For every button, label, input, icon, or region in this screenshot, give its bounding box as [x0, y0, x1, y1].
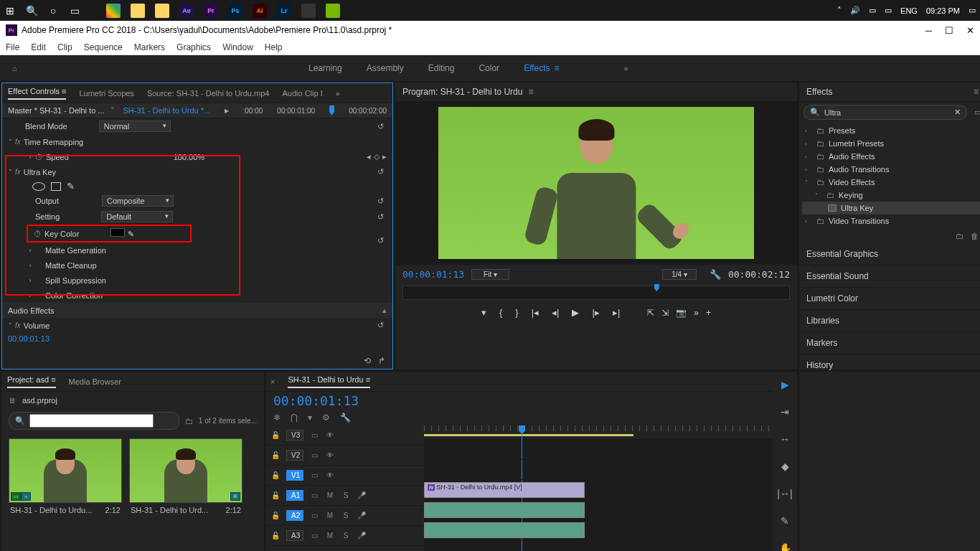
settings-icon[interactable]: ⚙ [322, 413, 330, 423]
clear-search-icon[interactable]: ✕ [954, 108, 961, 117]
toggle-output-icon[interactable]: ▭ [309, 512, 319, 519]
rect-mask-icon[interactable] [51, 182, 61, 191]
fx-icon[interactable]: fx [15, 321, 21, 329]
tab-source[interactable]: Source: SH-31 - Delhi to Urdu.mp4 [147, 89, 270, 98]
cortana-icon[interactable]: ○ [47, 5, 59, 17]
add-marker-icon[interactable]: ▾ [481, 307, 486, 318]
clock[interactable]: 09:23 PM [926, 6, 960, 15]
output-dropdown[interactable]: Composite [102, 195, 174, 207]
menu-file[interactable]: File [6, 42, 19, 52]
new-bin-icon[interactable]: ▭ [974, 108, 980, 117]
reset-icon[interactable]: ↺ [374, 167, 387, 176]
ellipse-mask-icon[interactable] [32, 182, 45, 191]
video-preview[interactable] [438, 107, 754, 259]
goto-out-icon[interactable]: ▸| [613, 307, 620, 318]
tree-lumetri-presets[interactable]: ›🗀Lumetri Presets [802, 137, 980, 150]
timeline-ruler[interactable] [424, 425, 773, 440]
tab-effect-controls[interactable]: Effect Controls ≡ [8, 87, 66, 100]
volume-icon[interactable]: 🔊 [850, 6, 860, 15]
tab-overflow-icon[interactable]: » [336, 89, 340, 98]
goto-in-icon[interactable]: |◂ [532, 307, 539, 318]
pen-mask-icon[interactable]: ✎ [67, 181, 75, 192]
solo-icon[interactable]: S [341, 532, 351, 540]
language-indicator[interactable]: ENG [900, 6, 918, 15]
explorer-icon[interactable] [131, 4, 145, 18]
twirl-icon[interactable]: › [25, 247, 35, 254]
mark-in-icon[interactable]: { [499, 307, 502, 318]
project-thumb-1[interactable]: ▭≡ SH-31 - Delhi to Urdu...2:12 [9, 438, 122, 517]
toggle-output-icon[interactable]: ▭ [309, 431, 319, 439]
panel-essential-graphics[interactable]: Essential Graphics [799, 243, 980, 265]
eye-icon[interactable]: 👁 [325, 451, 335, 459]
panel-menu-icon[interactable]: ≡ [974, 87, 979, 97]
lock-icon[interactable]: 🔓 [270, 532, 281, 540]
mute-icon[interactable]: M [325, 532, 335, 540]
project-thumb-2[interactable]: ⊞ SH-31 - Delhi to Urd...2:12 [129, 438, 242, 517]
tree-audio-transitions[interactable]: ›🗀Audio Transitions [802, 163, 980, 176]
wrench-icon[interactable]: 🔧 [340, 413, 351, 423]
step-back-icon[interactable]: ◂| [552, 307, 559, 318]
twirl-icon[interactable]: › [25, 277, 35, 284]
ripple-tool-icon[interactable]: ↔ [776, 430, 793, 448]
stopwatch-icon[interactable]: ⏱ [35, 153, 43, 161]
panel-menu-icon[interactable]: ≡ [528, 87, 533, 97]
bin-icon[interactable]: 🗀 [185, 417, 193, 425]
tab-audio-clip[interactable]: Audio Clip I [282, 89, 322, 98]
reset-icon[interactable]: ↺ [374, 212, 387, 222]
tree-audio-effects[interactable]: ›🗀Audio Effects [802, 150, 980, 163]
tree-presets[interactable]: ›🗀Presets [802, 124, 980, 137]
twirl-icon[interactable]: › [25, 154, 35, 161]
mute-icon[interactable]: M [325, 491, 335, 499]
workspace-learning[interactable]: Learning [308, 63, 342, 73]
zoom-dropdown[interactable]: 1/4 ▾ [662, 269, 697, 280]
trash-icon[interactable]: 🗑 [971, 232, 979, 240]
toggle-output-icon[interactable]: ▭ [309, 451, 319, 459]
export-icon[interactable]: ↱ [378, 356, 385, 366]
program-scrubber[interactable] [402, 286, 790, 300]
program-timecode-left[interactable]: 00:00:01:13 [402, 269, 464, 280]
step-fwd-icon[interactable]: |▸ [592, 307, 599, 318]
track-v2[interactable]: V2 [286, 450, 303, 461]
tree-ultra-key[interactable]: Ultra Key [802, 202, 980, 215]
twirl-icon[interactable]: ˅ [5, 138, 15, 146]
notifications-icon[interactable]: ▭ [969, 6, 976, 15]
track-a1[interactable]: A1 [286, 490, 303, 501]
speed-value[interactable]: 100.00% [174, 153, 204, 161]
workspace-color[interactable]: Color [479, 63, 499, 73]
workspace-assembly[interactable]: Assembly [367, 63, 404, 73]
linked-sel-icon[interactable]: ⋂ [291, 413, 298, 423]
audio-clip-a2[interactable] [424, 522, 585, 538]
track-a3[interactable]: A3 [286, 530, 303, 541]
tray-up-icon[interactable]: ˄ [837, 6, 842, 15]
toggle-output-icon[interactable]: ▭ [309, 491, 319, 499]
play-icon[interactable]: ▶ [572, 307, 579, 318]
menu-window[interactable]: Window [222, 42, 253, 52]
project-search-input[interactable] [29, 414, 154, 428]
eyedropper-icon[interactable]: ✎ [128, 230, 134, 238]
eye-icon[interactable]: 👁 [325, 431, 335, 439]
mini-playhead-icon[interactable] [329, 105, 334, 116]
home-icon[interactable]: ⌂ [7, 64, 22, 72]
selection-tool-icon[interactable]: ▶ [776, 376, 793, 393]
effects-search-input[interactable] [824, 108, 950, 117]
razor-tool-icon[interactable]: ◆ [776, 458, 793, 475]
add-button-icon[interactable]: + [706, 308, 711, 318]
lock-icon[interactable]: 🔓 [270, 451, 281, 459]
color-swatch[interactable] [110, 228, 125, 237]
illustrator-icon[interactable]: Ai [253, 4, 267, 18]
blend-mode-dropdown[interactable]: Normal [99, 121, 171, 132]
snap-icon[interactable]: ❄ [273, 413, 281, 423]
master-clip-label[interactable]: Master * SH-31 - Delhi to ... [8, 106, 105, 115]
panel-essential-sound[interactable]: Essential Sound [799, 265, 980, 288]
slip-tool-icon[interactable]: |↔| [776, 485, 793, 502]
close-button[interactable]: ✕ [966, 25, 974, 36]
pen-tool-icon[interactable]: ✎ [776, 512, 793, 529]
marker-icon[interactable]: ▾ [308, 413, 312, 423]
sequence-clip-label[interactable]: SH-31 - Delhi to Urdu *... [123, 106, 211, 115]
reset-icon[interactable]: ↺ [374, 321, 387, 330]
extract-icon[interactable]: ⇲ [661, 308, 669, 318]
reset-icon[interactable]: ↺ [377, 236, 384, 245]
lock-icon[interactable]: 🔓 [270, 512, 281, 519]
toggle-output-icon[interactable]: ▭ [309, 532, 319, 540]
mark-out-icon[interactable]: } [515, 307, 518, 318]
